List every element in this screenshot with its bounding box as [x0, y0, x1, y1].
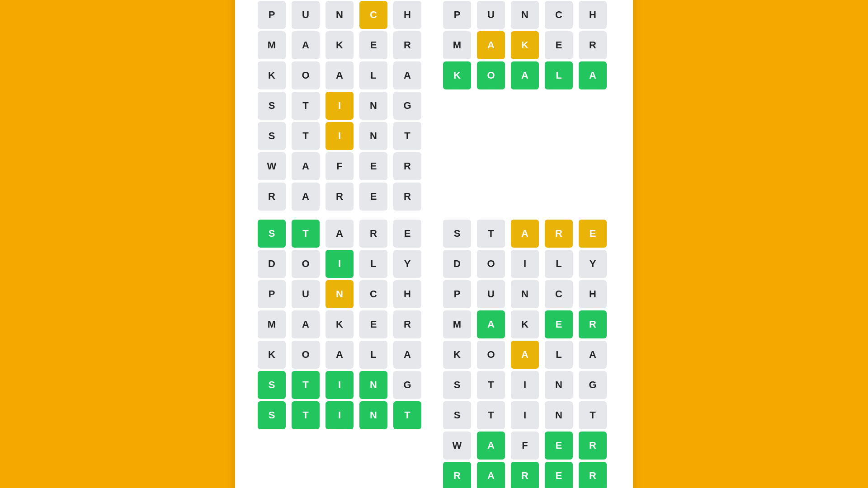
cell: C [359, 1, 387, 29]
cell [579, 92, 607, 120]
cell: A [292, 183, 320, 211]
cell: E [579, 220, 607, 248]
cell: H [393, 1, 421, 29]
cell: A [326, 341, 354, 369]
cell: A [292, 152, 320, 180]
cell: A [292, 31, 320, 59]
cell: E [359, 310, 387, 338]
cell: A [393, 341, 421, 369]
cell: U [292, 1, 320, 29]
cell [477, 92, 505, 120]
cell: S [258, 92, 286, 120]
cell: A [326, 220, 354, 248]
cell: A [477, 31, 505, 59]
cell: O [477, 61, 505, 89]
cell [359, 432, 387, 460]
cell: R [511, 462, 539, 488]
cell: L [359, 61, 387, 89]
cell: E [359, 31, 387, 59]
cell: I [326, 401, 354, 429]
cell: N [326, 280, 354, 308]
cell: F [511, 432, 539, 460]
cell: N [326, 1, 354, 29]
cell: I [326, 92, 354, 120]
cell: S [258, 401, 286, 429]
cell: U [477, 280, 505, 308]
cell: H [579, 1, 607, 29]
cell: A [477, 432, 505, 460]
cell: M [443, 310, 471, 338]
cell: E [393, 220, 421, 248]
top-right-grid-cells: STAREDOILYPUNCHMAKERKOALA [443, 0, 610, 211]
cell [326, 432, 354, 460]
cell: P [258, 280, 286, 308]
cell: D [443, 250, 471, 278]
cell: A [511, 220, 539, 248]
cell: R [579, 462, 607, 488]
cell [393, 462, 421, 488]
cell [359, 462, 387, 488]
cell: P [443, 280, 471, 308]
cell: U [292, 280, 320, 308]
cell: R [579, 31, 607, 59]
cell: E [545, 462, 573, 488]
top-right-grid: STAREDOILYPUNCHMAKERKOALA [443, 0, 610, 211]
cell: N [545, 401, 573, 429]
cell: L [359, 341, 387, 369]
cell [393, 432, 421, 460]
cell [258, 462, 286, 488]
cell: M [258, 310, 286, 338]
cell: O [292, 341, 320, 369]
bottom-left-grid: STAREDOILYPUNCHMAKERKOALASTINGSTINT [258, 220, 425, 488]
cell [477, 152, 505, 180]
cell: R [443, 462, 471, 488]
cell: W [258, 152, 286, 180]
cell: R [393, 31, 421, 59]
cell: A [393, 61, 421, 89]
cell: K [511, 31, 539, 59]
cell: G [579, 371, 607, 399]
cell: C [359, 280, 387, 308]
cell: M [443, 31, 471, 59]
cell: A [579, 61, 607, 89]
top-grids-row: STAREDOILYPUNCHMAKERKOALASTINGSTINTWAFER… [258, 0, 610, 211]
cell: R [393, 310, 421, 338]
cell [579, 152, 607, 180]
cell [545, 122, 573, 150]
cell: T [477, 371, 505, 399]
bottom-right-grid: STAREDOILYPUNCHMAKERKOALASTINGSTINTWAFER… [443, 220, 610, 488]
cell: A [477, 310, 505, 338]
cell: A [511, 61, 539, 89]
cell: T [292, 371, 320, 399]
cell: O [292, 61, 320, 89]
cell: R [579, 310, 607, 338]
top-left-grid-cells: STAREDOILYPUNCHMAKERKOALASTINGSTINTWAFER… [258, 0, 425, 211]
cell: A [477, 462, 505, 488]
cell: N [359, 401, 387, 429]
top-left-grid: STAREDOILYPUNCHMAKERKOALASTINGSTINTWAFER… [258, 0, 425, 211]
cell: E [545, 432, 573, 460]
cell [443, 92, 471, 120]
cell: Y [393, 250, 421, 278]
cell: L [545, 61, 573, 89]
cell [477, 183, 505, 211]
cell: A [326, 61, 354, 89]
cell: G [393, 92, 421, 120]
cell [292, 462, 320, 488]
cell: R [579, 432, 607, 460]
cell: F [326, 152, 354, 180]
cell: W [443, 432, 471, 460]
cell [511, 122, 539, 150]
cell: S [443, 220, 471, 248]
cell [511, 92, 539, 120]
cell: N [511, 1, 539, 29]
cell: E [545, 310, 573, 338]
cell [477, 122, 505, 150]
cell: U [477, 1, 505, 29]
cell: E [359, 152, 387, 180]
cell: R [359, 220, 387, 248]
cell: T [292, 220, 320, 248]
cell [511, 183, 539, 211]
cell: N [511, 280, 539, 308]
bottom-right-grid-cells: STAREDOILYPUNCHMAKERKOALASTINGSTINTWAFER… [443, 220, 610, 488]
